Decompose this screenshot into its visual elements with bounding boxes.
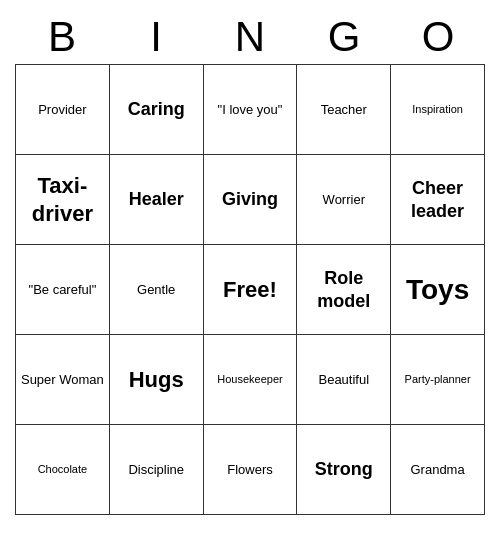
bingo-cell-5: Taxi-driver <box>16 155 110 245</box>
bingo-cell-24: Grandma <box>391 425 485 515</box>
bingo-header: BINGO <box>15 10 485 64</box>
bingo-cell-13: Role model <box>297 245 391 335</box>
bingo-cell-16: Hugs <box>110 335 204 425</box>
bingo-cell-14: Toys <box>391 245 485 335</box>
bingo-cell-2: "I love you" <box>204 65 298 155</box>
bingo-cell-1: Caring <box>110 65 204 155</box>
bingo-cell-10: "Be careful" <box>16 245 110 335</box>
bingo-cell-18: Beautiful <box>297 335 391 425</box>
bingo-cell-23: Strong <box>297 425 391 515</box>
bingo-cell-17: Housekeeper <box>204 335 298 425</box>
bingo-letter-G: G <box>297 10 391 64</box>
bingo-cell-0: Provider <box>16 65 110 155</box>
bingo-cell-7: Giving <box>204 155 298 245</box>
bingo-cell-12: Free! <box>204 245 298 335</box>
bingo-cell-11: Gentle <box>110 245 204 335</box>
bingo-cell-9: Cheer leader <box>391 155 485 245</box>
bingo-cell-15: Super Woman <box>16 335 110 425</box>
bingo-letter-I: I <box>109 10 203 64</box>
bingo-letter-O: O <box>391 10 485 64</box>
bingo-cell-21: Discipline <box>110 425 204 515</box>
bingo-cell-3: Teacher <box>297 65 391 155</box>
bingo-cell-20: Chocolate <box>16 425 110 515</box>
bingo-grid: ProviderCaring"I love you"TeacherInspira… <box>15 64 485 515</box>
bingo-letter-N: N <box>203 10 297 64</box>
bingo-cell-4: Inspiration <box>391 65 485 155</box>
bingo-cell-22: Flowers <box>204 425 298 515</box>
bingo-cell-19: Party-planner <box>391 335 485 425</box>
bingo-cell-6: Healer <box>110 155 204 245</box>
bingo-letter-B: B <box>15 10 109 64</box>
bingo-cell-8: Worrier <box>297 155 391 245</box>
